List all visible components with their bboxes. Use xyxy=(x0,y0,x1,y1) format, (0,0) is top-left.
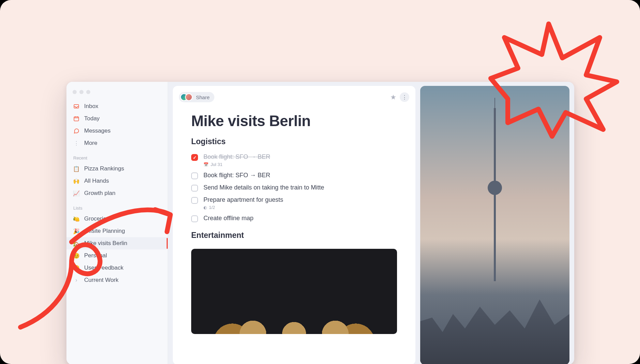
task-progress: 1/2 xyxy=(209,205,215,210)
task-date: Jul 31 xyxy=(211,162,223,167)
section-header: Lists xyxy=(66,199,168,213)
page-title: Mike visits Berlin xyxy=(191,109,397,136)
task-row[interactable]: Book flight: SFO → BER xyxy=(191,169,397,182)
list-label: All Hands xyxy=(84,178,109,184)
nav-label: More xyxy=(84,140,97,147)
list-label: Mike visits Berlin xyxy=(84,240,127,247)
document: Share ★ ⋮ Mike visits Berlin Logistics B… xyxy=(173,86,415,364)
task-row[interactable]: Book flight: SFO → BER 📅Jul 31 xyxy=(191,151,397,169)
calendar-icon: 📅 xyxy=(203,162,209,167)
list-emoji-icon: 🍋 xyxy=(73,216,79,222)
section-heading: Entertainment xyxy=(191,225,397,245)
svg-rect-1 xyxy=(74,117,79,121)
list-label: Pizza Rankings xyxy=(84,165,124,172)
checkbox[interactable] xyxy=(191,215,198,222)
recent-item[interactable]: 🙌 All Hands xyxy=(66,175,168,187)
task-row[interactable]: Create offline map xyxy=(191,212,397,225)
list-emoji-icon: 📋 xyxy=(73,166,79,172)
task-row[interactable]: Send Mike details on taking the train to… xyxy=(191,182,397,194)
list-emoji-icon: 😊 xyxy=(73,253,79,259)
avatars xyxy=(180,93,193,101)
list-item[interactable]: 🎉 Offsite Planning xyxy=(66,225,168,237)
section-header: Recent xyxy=(66,149,168,163)
progress-icon: ◐ xyxy=(203,205,207,210)
list-emoji-icon: 🏡 xyxy=(73,240,79,246)
share-label: Share xyxy=(196,94,210,100)
nav-more[interactable]: ⋮ More xyxy=(66,137,168,149)
list-item[interactable]: 🍋 Groceries xyxy=(66,213,168,225)
list-label: Current Work xyxy=(84,277,119,284)
task-text: Send Mike details on taking the train to… xyxy=(203,184,397,191)
list-label: Personal xyxy=(84,252,107,259)
list-item[interactable]: 😊 User Feedback xyxy=(66,262,168,274)
star-icon[interactable]: ★ xyxy=(390,93,396,101)
task-text: Prepare apartment for guests xyxy=(203,196,397,203)
list-label: Growth plan xyxy=(84,190,116,197)
nav-label: Inbox xyxy=(84,103,98,110)
sidebar: Inbox Today Messages ⋮ More Recent 📋 xyxy=(66,82,168,364)
list-item[interactable]: › Current Work xyxy=(66,274,168,286)
more-vertical-icon: ⋮ xyxy=(73,140,79,146)
hero-image xyxy=(420,86,569,364)
nav-messages[interactable]: Messages xyxy=(66,125,168,137)
list-emoji-icon: 😊 xyxy=(73,265,79,271)
list-item[interactable]: 😊 Personal xyxy=(66,249,168,262)
checkbox-checked[interactable] xyxy=(191,154,198,161)
list-item-active[interactable]: 🏡 Mike visits Berlin xyxy=(66,237,168,249)
nav-label: Today xyxy=(84,115,100,122)
list-emoji-icon: 🎉 xyxy=(73,228,79,234)
checkbox[interactable] xyxy=(191,172,198,179)
recent-item[interactable]: 📈 Growth plan xyxy=(66,187,168,199)
main: Share ★ ⋮ Mike visits Berlin Logistics B… xyxy=(168,82,574,364)
checkbox[interactable] xyxy=(191,197,198,204)
list-emoji-icon: 🙌 xyxy=(73,178,79,184)
calendar-icon xyxy=(73,116,79,122)
task-text: Book flight: SFO → BER xyxy=(203,153,397,161)
list-emoji-icon: 📈 xyxy=(73,190,79,196)
task-text: Book flight: SFO → BER xyxy=(203,172,397,179)
inbox-icon xyxy=(73,103,79,109)
list-label: User Feedback xyxy=(84,264,123,271)
nav-today[interactable]: Today xyxy=(66,112,168,125)
more-button[interactable]: ⋮ xyxy=(400,92,409,102)
list-label: Groceries xyxy=(84,215,109,222)
nav-label: Messages xyxy=(84,127,110,134)
chevron-right-icon: › xyxy=(73,277,79,283)
list-label: Offsite Planning xyxy=(84,228,125,234)
app-window: Inbox Today Messages ⋮ More Recent 📋 xyxy=(66,82,574,364)
task-text: Create offline map xyxy=(203,215,397,222)
chat-icon xyxy=(73,128,79,134)
content-image xyxy=(191,249,397,334)
checkbox[interactable] xyxy=(191,185,198,192)
task-row[interactable]: Prepare apartment for guests ◐1/2 xyxy=(191,194,397,212)
share-button[interactable]: Share xyxy=(179,92,214,102)
section-heading: Logistics xyxy=(191,136,397,151)
window-controls[interactable] xyxy=(66,89,168,100)
recent-item[interactable]: 📋 Pizza Rankings xyxy=(66,163,168,175)
nav-inbox[interactable]: Inbox xyxy=(66,100,168,112)
